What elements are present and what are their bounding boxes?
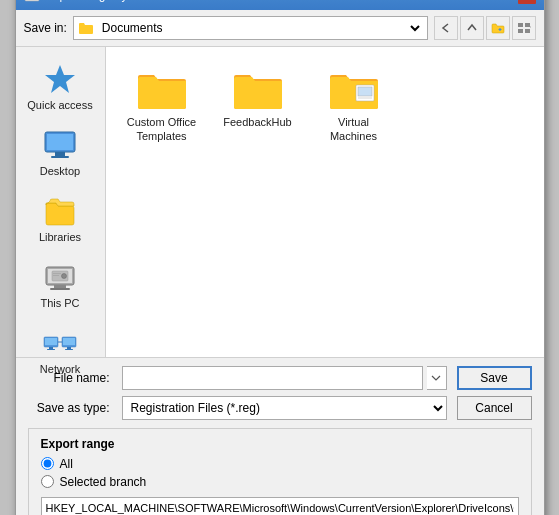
sidebar-item-libraries[interactable]: Libraries (20, 187, 101, 249)
sidebar-item-this-pc[interactable]: This PC (20, 253, 101, 315)
new-folder-button[interactable] (486, 16, 510, 40)
back-button[interactable] (434, 16, 458, 40)
quick-access-icon (42, 61, 78, 97)
main-area: Quick access Desktop (16, 47, 544, 357)
back-icon (440, 22, 452, 34)
branch-input[interactable] (41, 497, 519, 516)
save-in-select[interactable]: Documents (98, 20, 423, 36)
folder-item-feedbackhub[interactable]: FeedbackHub (218, 63, 298, 148)
libraries-icon (42, 193, 78, 229)
up-button[interactable] (460, 16, 484, 40)
export-registry-dialog: Export Registry File ✕ Save in: Document… (15, 0, 545, 515)
svg-rect-24 (49, 347, 53, 349)
sidebar-item-quick-access[interactable]: Quick access (20, 55, 101, 117)
selected-branch-radio[interactable] (41, 475, 54, 488)
folder-label-custom-office: Custom OfficeTemplates (127, 115, 197, 144)
cancel-button[interactable]: Cancel (457, 396, 532, 420)
folder-icon-small (78, 21, 94, 35)
file-name-label: File name: (28, 371, 118, 385)
all-radio-row: All (41, 457, 519, 471)
dialog-title: Export Registry File (46, 0, 151, 2)
folder-icon-custom-office (136, 67, 188, 111)
toolbar: Save in: Documents (16, 10, 544, 47)
this-pc-label: This PC (40, 297, 79, 309)
file-area: Custom OfficeTemplates FeedbackHub (106, 47, 544, 357)
network-icon (42, 325, 78, 361)
toolbar-buttons (434, 16, 536, 40)
svg-rect-27 (63, 338, 75, 345)
folder-label-feedbackhub: FeedbackHub (223, 115, 292, 129)
save-button[interactable]: Save (457, 366, 532, 390)
new-folder-icon (491, 22, 505, 34)
up-icon (466, 22, 478, 34)
sidebar: Quick access Desktop (16, 47, 106, 357)
file-name-dropdown[interactable] (427, 366, 447, 390)
svg-rect-21 (53, 275, 59, 276)
folder-label-virtual-machines: Virtual Machines (318, 115, 390, 144)
selected-branch-radio-row: Selected branch (41, 475, 519, 489)
svg-rect-31 (358, 87, 372, 96)
save-in-combo[interactable]: Documents (73, 16, 428, 40)
bottom-area: File name: Save Save as type: Registrati… (16, 357, 544, 516)
title-bar-left: Export Registry File (24, 0, 151, 3)
sidebar-item-desktop[interactable]: Desktop (20, 121, 101, 183)
file-name-input[interactable] (127, 371, 418, 385)
this-pc-icon (42, 259, 78, 295)
save-as-type-label: Save as type: (28, 401, 118, 415)
views-button[interactable] (512, 16, 536, 40)
views-icon (517, 22, 531, 34)
close-button[interactable]: ✕ (518, 0, 536, 4)
export-range-title: Export range (41, 437, 519, 451)
desktop-icon (42, 127, 78, 163)
svg-marker-9 (45, 65, 75, 93)
save-as-type-select[interactable]: Registration Files (*.reg) (123, 400, 446, 416)
selected-branch-label: Selected branch (60, 475, 147, 489)
folder-icon-feedbackhub (232, 67, 284, 111)
chevron-down-icon (431, 375, 441, 381)
svg-rect-13 (51, 156, 69, 158)
svg-rect-5 (518, 23, 523, 27)
svg-rect-25 (47, 349, 55, 350)
svg-rect-11 (47, 134, 73, 150)
dialog-icon (24, 0, 40, 3)
folder-icon-virtual-machines (328, 67, 380, 111)
svg-rect-28 (67, 347, 71, 349)
all-radio-label: All (60, 457, 73, 471)
all-radio[interactable] (41, 457, 54, 470)
svg-rect-23 (45, 338, 57, 345)
svg-rect-12 (55, 152, 65, 156)
svg-rect-16 (54, 285, 66, 288)
export-range: Export range All Selected branch (28, 428, 532, 516)
file-name-input-container[interactable] (122, 366, 423, 390)
desktop-label: Desktop (40, 165, 80, 177)
save-as-type-row: Save as type: Registration Files (*.reg)… (28, 396, 532, 420)
save-in-label: Save in: (24, 21, 67, 35)
svg-rect-6 (525, 23, 530, 27)
svg-point-19 (62, 273, 67, 278)
quick-access-label: Quick access (27, 99, 92, 111)
title-bar: Export Registry File ✕ (16, 0, 544, 10)
folder-item-virtual-machines[interactable]: Virtual Machines (314, 63, 394, 148)
svg-rect-0 (25, 0, 39, 1)
file-name-row: File name: Save (28, 366, 532, 390)
folder-item-custom-office[interactable]: Custom OfficeTemplates (122, 63, 202, 148)
svg-rect-29 (65, 349, 73, 350)
libraries-label: Libraries (39, 231, 81, 243)
svg-rect-7 (518, 29, 523, 33)
svg-rect-8 (525, 29, 530, 33)
svg-rect-20 (53, 273, 61, 274)
svg-rect-17 (50, 288, 70, 290)
save-as-type-combo[interactable]: Registration Files (*.reg) (122, 396, 447, 420)
